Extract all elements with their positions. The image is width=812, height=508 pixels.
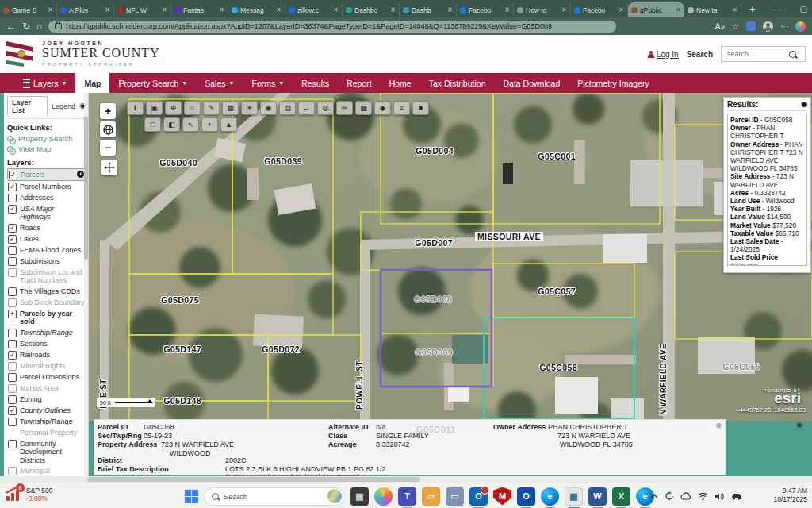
layer-item[interactable]: Addresses bbox=[7, 192, 86, 203]
taskbar-clock[interactable]: 9:47 AM 10/17/2025 bbox=[773, 487, 807, 504]
layer-item[interactable]: ✓Lakes bbox=[7, 233, 86, 244]
tab-close-icon[interactable]: ✕ bbox=[333, 6, 339, 13]
toolbox-icon[interactable]: ▭ bbox=[446, 487, 464, 506]
layer-checkbox[interactable]: ✓ bbox=[8, 406, 17, 415]
pan-button[interactable] bbox=[102, 160, 117, 175]
refresh-icon[interactable]: ↻ bbox=[22, 21, 30, 31]
bottom-dock-icon[interactable]: ◉ bbox=[796, 421, 802, 429]
tab-close-icon[interactable]: ✕ bbox=[276, 6, 282, 13]
start-button[interactable] bbox=[185, 490, 198, 503]
grid-icon[interactable]: ▩ bbox=[355, 101, 372, 115]
layer-checkbox[interactable] bbox=[8, 340, 17, 348]
layer-item[interactable]: Township/Range bbox=[7, 327, 86, 338]
pan-hand-icon[interactable]: ◧ bbox=[163, 117, 180, 132]
profile-avatar[interactable] bbox=[763, 21, 773, 32]
layer-item[interactable]: Subdivisions bbox=[7, 256, 86, 267]
layer-checkbox[interactable] bbox=[8, 194, 17, 202]
tab-close-icon[interactable]: ✕ bbox=[619, 6, 624, 13]
export-icon[interactable]: ▤ bbox=[279, 101, 296, 115]
layer-item[interactable]: Sections bbox=[7, 338, 86, 349]
layer-item[interactable]: ✓Roads bbox=[7, 222, 86, 233]
expand-plus-icon[interactable]: + bbox=[8, 310, 17, 318]
layer-item[interactable]: Sub Block Boundary bbox=[7, 297, 86, 308]
layer-checkbox[interactable] bbox=[8, 298, 17, 307]
browser-tab[interactable]: Facebo✕ bbox=[571, 2, 628, 17]
map-canvas[interactable]: G05D040G05D039G05D004G05C001G05D007G05D0… bbox=[89, 93, 812, 421]
crosshair-icon[interactable]: + bbox=[201, 117, 218, 132]
tab-close-icon[interactable]: ✕ bbox=[447, 6, 453, 13]
layer-checkbox[interactable] bbox=[8, 440, 17, 448]
weather-stocks-widget[interactable]: 6 S&P 500 -0.08% bbox=[5, 486, 52, 503]
nav-item-data-download[interactable]: Data Download bbox=[494, 73, 569, 93]
menu-dots-icon[interactable]: ··· bbox=[780, 22, 788, 31]
excel-icon[interactable]: X bbox=[612, 487, 630, 506]
header-search-box[interactable] bbox=[721, 46, 806, 62]
nav-item-home[interactable]: Home bbox=[381, 73, 420, 93]
info-icon[interactable]: ℹ bbox=[127, 101, 144, 115]
nav-item-map[interactable]: Map bbox=[75, 73, 109, 93]
browser-tab[interactable]: How to✕ bbox=[514, 2, 571, 17]
mcafee-icon[interactable]: M bbox=[493, 487, 511, 506]
lasso-icon[interactable]: ○ bbox=[184, 101, 201, 115]
browser-tab[interactable]: Messag✕ bbox=[228, 2, 285, 17]
copilot-icon[interactable] bbox=[374, 487, 393, 506]
nav-item-pictometry-imagery[interactable]: Pictometry Imagery bbox=[569, 73, 657, 93]
arrow-tool-icon[interactable]: ▲ bbox=[220, 117, 237, 132]
layer-checkbox[interactable] bbox=[8, 287, 17, 296]
layers-tool-icon[interactable]: ◆ bbox=[374, 101, 391, 115]
qpublic-app-icon[interactable]: ▦ bbox=[565, 487, 583, 506]
onedrive-cloud-icon[interactable] bbox=[680, 492, 691, 500]
pointer-icon[interactable]: ↖ bbox=[182, 117, 199, 132]
quick-link-property-search[interactable]: Property Search bbox=[7, 133, 86, 144]
read-aloud-icon[interactable]: A» bbox=[715, 22, 725, 31]
zoom-out-button[interactable]: − bbox=[100, 140, 116, 156]
nav-item-layers[interactable]: Layers▼ bbox=[14, 73, 75, 93]
layer-item[interactable]: ✓USA Major Highways bbox=[7, 203, 86, 222]
browser-tab[interactable]: Facebo✕ bbox=[457, 2, 514, 17]
outlook-mail-icon[interactable]: O bbox=[469, 487, 488, 506]
address-bar[interactable]: https://qpublic.schneidercorp.com/Applic… bbox=[48, 21, 616, 33]
camera-icon[interactable]: ◉ bbox=[260, 101, 277, 115]
tab-close-icon[interactable]: ✕ bbox=[561, 6, 567, 13]
wifi-icon[interactable] bbox=[698, 492, 708, 500]
edge-icon[interactable]: e bbox=[541, 487, 559, 506]
browser-tab[interactable]: New ta✕ bbox=[684, 2, 741, 17]
browser-tab[interactable]: zillow.c✕ bbox=[285, 2, 343, 17]
outlook-classic-icon[interactable]: O bbox=[517, 487, 535, 506]
layer-item[interactable]: Personal Property bbox=[7, 427, 86, 438]
layer-checkbox[interactable] bbox=[8, 384, 17, 393]
browser-tab[interactable]: Dashb✕ bbox=[400, 2, 457, 17]
results-list[interactable]: Parcel ID - G05C058Owner - PHAN CHRISTOP… bbox=[727, 114, 807, 266]
layer-item[interactable]: The Villages CDDs bbox=[7, 286, 86, 297]
tab-legend[interactable]: Legend bbox=[48, 101, 79, 112]
layer-item[interactable]: Market Area bbox=[7, 383, 86, 394]
layer-checkbox[interactable] bbox=[8, 395, 17, 404]
layer-item[interactable]: Subdivision Lot and Tract Numbers bbox=[7, 267, 86, 286]
word-icon[interactable]: W bbox=[588, 487, 607, 506]
nav-item-tax-distribution[interactable]: Tax Distribution bbox=[420, 73, 495, 93]
save-icon[interactable]: ■ bbox=[412, 101, 429, 115]
layer-item[interactable]: Zoning bbox=[7, 394, 86, 405]
header-search-input[interactable] bbox=[726, 49, 786, 59]
layer-item[interactable]: Parcel Dimensions bbox=[7, 371, 86, 383]
info-icon[interactable]: i bbox=[77, 171, 84, 178]
vehicle-icon[interactable] bbox=[730, 492, 742, 500]
tab-close-icon[interactable]: ✕ bbox=[390, 6, 396, 13]
tab-close-icon[interactable]: ✕ bbox=[162, 6, 167, 13]
horizontal-scrollbar[interactable] bbox=[0, 476, 812, 483]
tab-close-icon[interactable]: ✕ bbox=[219, 6, 224, 13]
browser-tab[interactable]: NFL W✕ bbox=[114, 2, 171, 17]
log-in-link[interactable]: Log In bbox=[648, 50, 679, 59]
layer-checkbox[interactable]: ✓ bbox=[8, 205, 17, 214]
home-icon[interactable]: ⌂ bbox=[36, 21, 42, 31]
layer-item[interactable]: ✓Railroads bbox=[7, 349, 86, 360]
layer-checkbox[interactable]: ✓ bbox=[9, 171, 17, 179]
browser-tab[interactable]: A Plus✕ bbox=[57, 2, 114, 17]
new-tab-button[interactable]: + bbox=[741, 3, 764, 15]
nav-item-forms[interactable]: Forms▼ bbox=[243, 73, 293, 93]
layer-item[interactable]: Township/Range bbox=[7, 416, 86, 427]
tab-close-icon[interactable]: ✕ bbox=[676, 6, 681, 13]
county-logo[interactable]: JOEY HOOTEN SUMTER COUNTY PROPERTY APPRA… bbox=[6, 40, 160, 67]
select-box-icon[interactable]: □ bbox=[144, 117, 161, 132]
back-icon[interactable]: ← bbox=[6, 21, 16, 31]
